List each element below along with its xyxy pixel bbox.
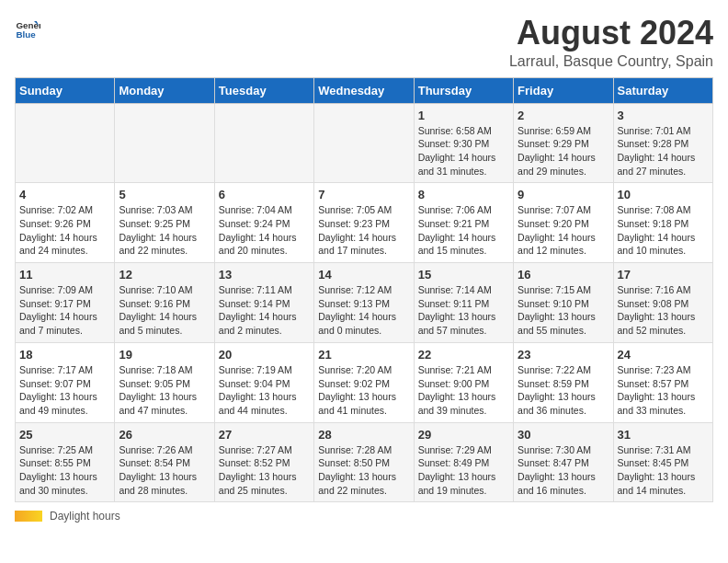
day-info: Sunrise: 7:29 AM Sunset: 8:49 PM Dayligh…: [418, 443, 509, 498]
calendar-day-cell: 26Sunrise: 7:26 AM Sunset: 8:54 PM Dayli…: [115, 422, 214, 502]
day-info: Sunrise: 6:58 AM Sunset: 9:30 PM Dayligh…: [418, 124, 509, 178]
day-number: 1: [418, 109, 509, 122]
day-number: 29: [418, 428, 509, 442]
day-number: 30: [518, 428, 609, 442]
calendar-week-row: 1Sunrise: 6:58 AM Sunset: 9:30 PM Daylig…: [16, 103, 713, 183]
calendar-day-cell: 15Sunrise: 7:14 AM Sunset: 9:11 PM Dayli…: [414, 263, 513, 343]
day-number: 11: [19, 268, 110, 282]
calendar-day-cell: 28Sunrise: 7:28 AM Sunset: 8:50 PM Dayli…: [314, 422, 414, 502]
day-number: 7: [318, 188, 409, 201]
logo-icon: General Blue: [15, 15, 40, 40]
day-info: Sunrise: 7:16 AM Sunset: 9:08 PM Dayligh…: [618, 283, 709, 338]
title-block: August 2024 Larraul, Basque Country, Spa…: [509, 15, 713, 70]
day-number: 28: [318, 428, 409, 442]
day-number: 10: [618, 188, 709, 201]
day-info: Sunrise: 7:08 AM Sunset: 9:18 PM Dayligh…: [618, 203, 709, 258]
day-number: 31: [618, 428, 709, 442]
day-info: Sunrise: 7:01 AM Sunset: 9:28 PM Dayligh…: [618, 124, 709, 178]
day-info: Sunrise: 7:06 AM Sunset: 9:21 PM Dayligh…: [418, 203, 509, 258]
calendar-day-cell: 2Sunrise: 6:59 AM Sunset: 9:29 PM Daylig…: [514, 103, 613, 183]
svg-text:Blue: Blue: [16, 29, 36, 40]
day-number: 25: [19, 428, 110, 442]
day-number: 14: [318, 268, 409, 282]
day-info: Sunrise: 7:21 AM Sunset: 9:00 PM Dayligh…: [418, 363, 509, 418]
calendar-week-row: 4Sunrise: 7:02 AM Sunset: 9:26 PM Daylig…: [16, 183, 713, 263]
daylight-bar-icon: [15, 511, 42, 522]
day-info: Sunrise: 7:30 AM Sunset: 8:47 PM Dayligh…: [518, 443, 609, 498]
day-number: 19: [119, 348, 210, 362]
day-number: 24: [618, 348, 709, 362]
calendar-day-header: Friday: [514, 77, 613, 103]
page-header: General Blue August 2024 Larraul, Basque…: [15, 15, 713, 70]
day-number: 2: [518, 109, 609, 122]
day-info: Sunrise: 7:17 AM Sunset: 9:07 PM Dayligh…: [19, 363, 110, 418]
daylight-label: Daylight hours: [50, 510, 120, 523]
day-info: Sunrise: 7:28 AM Sunset: 8:50 PM Dayligh…: [318, 443, 409, 498]
day-number: 9: [518, 188, 609, 201]
calendar-day-cell: 19Sunrise: 7:18 AM Sunset: 9:05 PM Dayli…: [115, 342, 214, 422]
calendar-table: SundayMondayTuesdayWednesdayThursdayFrid…: [15, 77, 713, 503]
day-info: Sunrise: 7:26 AM Sunset: 8:54 PM Dayligh…: [119, 443, 210, 498]
calendar-day-cell: 16Sunrise: 7:15 AM Sunset: 9:10 PM Dayli…: [514, 263, 613, 343]
calendar-week-row: 11Sunrise: 7:09 AM Sunset: 9:17 PM Dayli…: [16, 263, 713, 343]
day-info: Sunrise: 7:31 AM Sunset: 8:45 PM Dayligh…: [618, 443, 709, 498]
month-title: August 2024: [509, 15, 713, 52]
calendar-day-cell: 23Sunrise: 7:22 AM Sunset: 8:59 PM Dayli…: [514, 342, 613, 422]
calendar-day-cell: 3Sunrise: 7:01 AM Sunset: 9:28 PM Daylig…: [613, 103, 712, 183]
day-number: 13: [219, 268, 310, 282]
calendar-day-header: Sunday: [16, 77, 115, 103]
day-info: Sunrise: 7:23 AM Sunset: 8:57 PM Dayligh…: [618, 363, 709, 418]
day-info: Sunrise: 7:20 AM Sunset: 9:02 PM Dayligh…: [318, 363, 409, 418]
calendar-day-cell: 14Sunrise: 7:12 AM Sunset: 9:13 PM Dayli…: [314, 263, 414, 343]
calendar-day-cell: [115, 103, 214, 183]
day-number: 27: [219, 428, 310, 442]
day-info: Sunrise: 7:05 AM Sunset: 9:23 PM Dayligh…: [318, 203, 409, 258]
calendar-day-cell: 27Sunrise: 7:27 AM Sunset: 8:52 PM Dayli…: [214, 422, 313, 502]
day-info: Sunrise: 7:22 AM Sunset: 8:59 PM Dayligh…: [518, 363, 609, 418]
day-info: Sunrise: 7:14 AM Sunset: 9:11 PM Dayligh…: [418, 283, 509, 338]
day-info: Sunrise: 7:15 AM Sunset: 9:10 PM Dayligh…: [518, 283, 609, 338]
calendar-day-cell: 31Sunrise: 7:31 AM Sunset: 8:45 PM Dayli…: [613, 422, 712, 502]
day-info: Sunrise: 7:03 AM Sunset: 9:25 PM Dayligh…: [119, 203, 210, 258]
day-number: 15: [418, 268, 509, 282]
calendar-day-cell: 5Sunrise: 7:03 AM Sunset: 9:25 PM Daylig…: [115, 183, 214, 263]
calendar-day-cell: 18Sunrise: 7:17 AM Sunset: 9:07 PM Dayli…: [16, 342, 115, 422]
calendar-week-row: 18Sunrise: 7:17 AM Sunset: 9:07 PM Dayli…: [16, 342, 713, 422]
footer: Daylight hours: [15, 510, 713, 523]
calendar-day-cell: 30Sunrise: 7:30 AM Sunset: 8:47 PM Dayli…: [514, 422, 613, 502]
calendar-day-cell: 10Sunrise: 7:08 AM Sunset: 9:18 PM Dayli…: [613, 183, 712, 263]
day-info: Sunrise: 7:07 AM Sunset: 9:20 PM Dayligh…: [518, 203, 609, 258]
day-info: Sunrise: 7:10 AM Sunset: 9:16 PM Dayligh…: [119, 283, 210, 338]
day-number: 3: [618, 109, 709, 122]
calendar-day-cell: 12Sunrise: 7:10 AM Sunset: 9:16 PM Dayli…: [115, 263, 214, 343]
location-title: Larraul, Basque Country, Spain: [509, 53, 713, 70]
day-number: 8: [418, 188, 509, 201]
calendar-day-header: Saturday: [613, 77, 712, 103]
day-number: 4: [19, 188, 110, 201]
calendar-day-header: Wednesday: [314, 77, 414, 103]
calendar-day-header: Thursday: [414, 77, 513, 103]
day-info: Sunrise: 7:27 AM Sunset: 8:52 PM Dayligh…: [219, 443, 310, 498]
calendar-day-cell: 29Sunrise: 7:29 AM Sunset: 8:49 PM Dayli…: [414, 422, 513, 502]
calendar-day-cell: 7Sunrise: 7:05 AM Sunset: 9:23 PM Daylig…: [314, 183, 414, 263]
day-info: Sunrise: 7:11 AM Sunset: 9:14 PM Dayligh…: [219, 283, 310, 338]
calendar-day-cell: [214, 103, 313, 183]
calendar-day-cell: 8Sunrise: 7:06 AM Sunset: 9:21 PM Daylig…: [414, 183, 513, 263]
day-info: Sunrise: 7:12 AM Sunset: 9:13 PM Dayligh…: [318, 283, 409, 338]
calendar-day-cell: 17Sunrise: 7:16 AM Sunset: 9:08 PM Dayli…: [613, 263, 712, 343]
calendar-day-cell: 21Sunrise: 7:20 AM Sunset: 9:02 PM Dayli…: [314, 342, 414, 422]
day-number: 16: [518, 268, 609, 282]
calendar-day-header: Tuesday: [214, 77, 313, 103]
day-number: 22: [418, 348, 509, 362]
calendar-day-cell: 20Sunrise: 7:19 AM Sunset: 9:04 PM Dayli…: [214, 342, 313, 422]
day-info: Sunrise: 7:18 AM Sunset: 9:05 PM Dayligh…: [119, 363, 210, 418]
day-number: 21: [318, 348, 409, 362]
calendar-day-cell: 13Sunrise: 7:11 AM Sunset: 9:14 PM Dayli…: [214, 263, 313, 343]
day-number: 5: [119, 188, 210, 201]
day-number: 18: [19, 348, 110, 362]
calendar-day-cell: [314, 103, 414, 183]
day-number: 6: [219, 188, 310, 201]
day-number: 17: [618, 268, 709, 282]
calendar-day-cell: 9Sunrise: 7:07 AM Sunset: 9:20 PM Daylig…: [514, 183, 613, 263]
logo: General Blue: [15, 15, 40, 40]
